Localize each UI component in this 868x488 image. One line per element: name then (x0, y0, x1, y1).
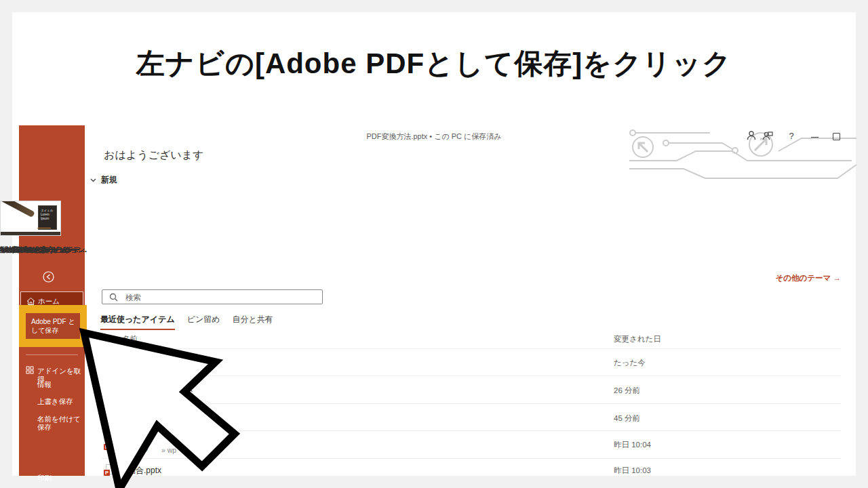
ppt-file-icon (104, 357, 113, 368)
tab-pinned[interactable]: ピン留め (187, 314, 220, 330)
minimize-button[interactable] (811, 137, 818, 138)
table-row[interactable]: .pptx 26 分前 (102, 375, 841, 403)
ppt-file-icon (104, 464, 113, 476)
name-column-header: 名前 (122, 334, 138, 344)
addins-grid-icon (26, 366, 35, 375)
sidebar-item-save-as-adobe-pdf[interactable]: Adobe PDF として保存 (26, 313, 80, 339)
account-icon[interactable] (746, 130, 758, 142)
table-row[interactable]: 結合.pptx 昨日 10:03 (102, 458, 841, 479)
ppt-file-icon (104, 384, 113, 395)
chevron-down-icon (90, 176, 96, 182)
help-button[interactable]: ? (785, 130, 797, 142)
table-header: 名前 変更された日 (102, 332, 841, 348)
search-box[interactable] (102, 289, 323, 304)
maximize-button[interactable] (833, 133, 840, 140)
document-title: PDF変換方法.pptx • この PC に保存済み (0, 131, 868, 142)
sidebar-divider (26, 354, 78, 355)
greeting-text: おはようございます (104, 148, 203, 163)
new-section-header[interactable]: 新規 (92, 174, 117, 186)
highlight-box: Adobe PDF として保存 (19, 305, 87, 347)
slide-title: 左ナビの[Adobe PDFとして保存]をクリック (0, 45, 868, 83)
right-arrow-icon: → (833, 274, 842, 282)
table-row[interactable]: たった今 (102, 348, 841, 375)
template-card-statistics-focus[interactable]: タイトル Lorem Ipsum 統計の焦点 (0, 201, 61, 258)
ppt-file-icon (104, 439, 113, 450)
backstage-sidebar: ホーム 新規 開く アドインを取得 情報 上書き保存 名前を付けて保存 印刷 共… (19, 125, 85, 476)
recent-files-table: 名前 変更された日 たった今 .pptx 26 分前 » wp 45 分前 ci… (102, 332, 841, 479)
ppt-file-icon (104, 411, 113, 423)
template-thumbnail: タイトル Lorem Ipsum (0, 201, 61, 236)
search-input[interactable] (124, 291, 317, 304)
file-list-tabs: 最近使ったアイテム ピン留め 自分と共有 (100, 314, 273, 330)
home-icon (26, 296, 35, 305)
document-icon (107, 334, 108, 344)
tutorial-slide: { "slide_title": "左ナビの[Adobe PDFとして保存]をク… (0, 0, 868, 488)
table-row[interactable]: cir ptx デスク » wp 昨日 10:04 (102, 430, 841, 458)
table-row[interactable]: » wp 45 分前 (102, 403, 841, 430)
date-column-header: 変更された日 (614, 334, 661, 344)
tab-recent[interactable]: 最近使ったアイテム (100, 314, 175, 330)
more-themes-link[interactable]: その他のテーマ → (705, 273, 841, 283)
search-icon (109, 293, 118, 302)
tab-shared[interactable]: 自分と共有 (233, 314, 273, 330)
back-button[interactable] (43, 271, 54, 283)
share-presenter-icon[interactable] (762, 130, 774, 142)
